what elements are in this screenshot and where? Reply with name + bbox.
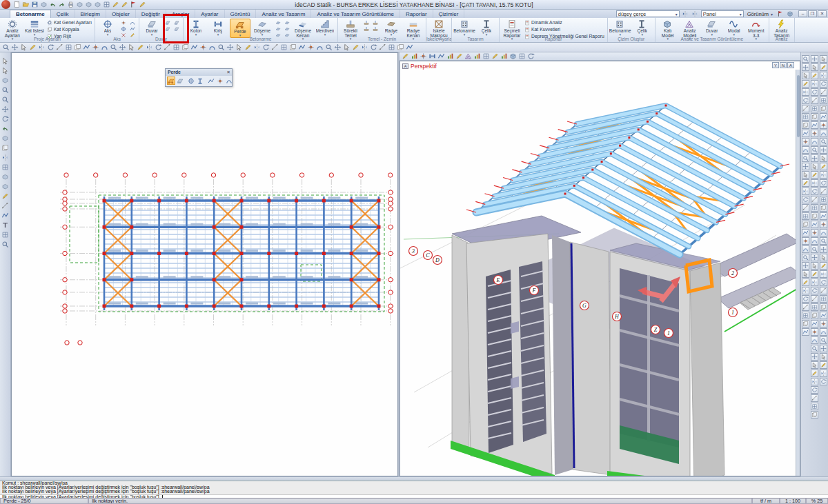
-elik-button[interactable]: Çelik▾ xyxy=(632,19,653,37)
panel-select-combo[interactable]: Panel ▾ xyxy=(701,10,744,17)
toolbar-node-icon[interactable] xyxy=(91,43,100,52)
find-icon[interactable] xyxy=(1,240,10,248)
d-eme-button[interactable]: Döşeme▾ xyxy=(252,19,273,37)
-elik-button[interactable]: Çelik▾ xyxy=(476,19,497,37)
dock-zoom-icon[interactable] xyxy=(802,254,809,261)
display-grid-icon[interactable] xyxy=(518,52,526,61)
toolbar-zoom-icon[interactable] xyxy=(324,43,333,52)
close-button[interactable]: ✕ xyxy=(818,10,827,17)
toolbar-pencil-icon[interactable] xyxy=(28,43,37,52)
array-icon[interactable] xyxy=(1,163,10,171)
dock-arc-icon[interactable] xyxy=(820,328,827,336)
dock-mirror-icon[interactable] xyxy=(811,80,818,88)
axis-line-icon[interactable] xyxy=(119,26,127,32)
dock-select-icon[interactable] xyxy=(802,270,809,278)
perspective-viewport[interactable]: 3CDEFGHZ112 A Perspektif YNA xyxy=(400,61,800,476)
dock-pencil-icon[interactable] xyxy=(820,361,827,369)
dock-copy-icon[interactable] xyxy=(802,121,809,129)
dock-grid-icon[interactable] xyxy=(820,97,827,104)
betonarme-button[interactable]: Betonarme▾ xyxy=(610,19,631,37)
radye-button[interactable]: Radye▾ xyxy=(381,19,402,37)
open-icon[interactable] xyxy=(21,1,30,9)
dock-node-icon[interactable] xyxy=(811,328,818,336)
toolbar-rotate-icon[interactable] xyxy=(46,43,55,52)
dock-grid-icon[interactable] xyxy=(811,303,818,311)
dock-rotate-icon[interactable] xyxy=(820,378,827,385)
dock-pan-icon[interactable] xyxy=(820,245,827,253)
toolbar-poly-icon[interactable] xyxy=(297,43,306,52)
dock-measure-icon[interactable] xyxy=(802,303,809,311)
copy-icon[interactable] xyxy=(1,143,10,152)
dock-mirror-icon[interactable] xyxy=(820,270,827,278)
toolbar-grid-icon[interactable] xyxy=(279,43,288,52)
dock-select-icon[interactable] xyxy=(820,55,827,63)
view-button-n[interactable]: N xyxy=(780,62,787,68)
toolbar-poly-icon[interactable] xyxy=(405,43,414,52)
flag-icon[interactable] xyxy=(129,1,137,9)
toolbar-zoom-icon[interactable] xyxy=(109,43,118,52)
perde-button[interactable]: Perde▾ xyxy=(230,19,250,38)
toolbar-arc-icon[interactable] xyxy=(208,43,217,52)
toolbar-pan-icon[interactable] xyxy=(10,43,19,52)
modal-button[interactable]: Modal▾ xyxy=(724,19,745,37)
toolbar-poly-icon[interactable] xyxy=(82,43,91,52)
footing-edit-icon[interactable] xyxy=(371,26,379,32)
tab--izimler[interactable]: Çizimler xyxy=(433,10,465,18)
dock-zoom-icon[interactable] xyxy=(811,345,818,352)
kiri--button[interactable]: Kiriş▾ xyxy=(208,19,228,37)
slab-arc-icon[interactable] xyxy=(274,26,282,32)
dock-pan-icon[interactable] xyxy=(802,262,809,270)
toolbar-pencil-icon[interactable] xyxy=(351,43,360,52)
extend-icon[interactable] xyxy=(207,77,215,85)
display-pencil-icon[interactable] xyxy=(401,52,409,61)
dock-mirror-icon[interactable] xyxy=(820,370,827,377)
toolbar-measure-icon[interactable] xyxy=(270,43,279,52)
toolbar-mirror-icon[interactable] xyxy=(253,43,262,52)
display-solid-icon[interactable] xyxy=(509,52,517,61)
dock-grid-icon[interactable] xyxy=(811,204,818,212)
dock-pencil-icon[interactable] xyxy=(820,163,827,170)
dock-zoom-icon[interactable] xyxy=(820,336,827,344)
dock-poly-icon[interactable] xyxy=(802,229,809,236)
dock-mirror-icon[interactable] xyxy=(811,279,818,286)
toolbar-select-icon[interactable] xyxy=(342,43,351,52)
pencil-blue-icon[interactable] xyxy=(111,1,119,9)
view-button-y[interactable]: Y xyxy=(772,62,779,68)
toolbar-mirror-icon[interactable] xyxy=(145,43,154,52)
dock-arc-icon[interactable] xyxy=(811,336,818,344)
dock-measure-icon[interactable] xyxy=(802,105,809,112)
dock-arc-icon[interactable] xyxy=(802,245,809,253)
transform-icon[interactable] xyxy=(225,77,233,85)
toolbar-grid-icon[interactable] xyxy=(387,43,396,52)
wall-poly-icon[interactable] xyxy=(172,20,180,26)
dock-node-icon[interactable] xyxy=(811,130,818,137)
axis-poly-icon[interactable] xyxy=(128,26,136,32)
dock-mirror-icon[interactable] xyxy=(802,188,809,195)
dock-zoom-icon[interactable] xyxy=(802,55,809,63)
toolbar-poly-icon[interactable] xyxy=(190,43,199,52)
frame-next-icon[interactable] xyxy=(691,10,699,17)
toolbar-measure-icon[interactable] xyxy=(55,43,64,52)
settings-icon[interactable] xyxy=(1,182,10,190)
pencil-red-icon[interactable] xyxy=(120,1,128,9)
print-icon[interactable] xyxy=(66,1,75,9)
status-unit[interactable]: tf / m xyxy=(752,498,780,504)
osnap-icon[interactable] xyxy=(84,1,92,9)
display-chart-icon[interactable] xyxy=(500,52,508,61)
toolbar-pan-icon[interactable] xyxy=(118,43,127,52)
layer-icon[interactable] xyxy=(1,134,10,142)
plan-viewport[interactable]: Perde × xyxy=(11,52,398,476)
wall-arc-icon[interactable] xyxy=(164,20,171,26)
dock-zoom-icon[interactable] xyxy=(820,138,827,145)
hatch-icon[interactable] xyxy=(1,230,10,239)
orbit-icon[interactable] xyxy=(1,114,10,123)
toolbar-copy-icon[interactable] xyxy=(73,43,82,52)
kat-kopyala-button[interactable]: Kat Kopyala xyxy=(47,26,92,32)
toolbar-pan-icon[interactable] xyxy=(333,43,342,52)
dock-measure-icon[interactable] xyxy=(820,188,827,195)
dock-poly-icon[interactable] xyxy=(802,130,809,137)
tab-g-r-nt-[interactable]: Görüntü xyxy=(225,10,257,18)
dock-copy-icon[interactable] xyxy=(802,221,809,228)
save-icon[interactable] xyxy=(30,1,39,9)
wall-edit-icon[interactable] xyxy=(172,26,180,32)
